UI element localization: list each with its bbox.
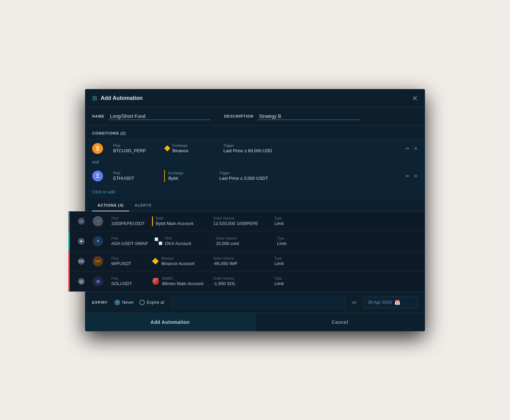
- tab-alerts[interactable]: ALERTS: [129, 199, 157, 211]
- edit-condition-1-button[interactable]: ✏: [406, 146, 410, 151]
- a3-vol-value: -66,050 WIF: [213, 261, 268, 266]
- action-1-info: Perp 1000PEPEUSDT Bybit Bybit Main Accou…: [111, 216, 418, 226]
- a3-exch-label: Binance: [162, 257, 194, 260]
- condition-2-perp-label: Perp: [113, 171, 154, 175]
- action-3-volume: Order Volume -66,050 WIF: [213, 257, 268, 266]
- a2-type-label: Type: [277, 237, 311, 240]
- action-1-minus[interactable]: −: [78, 218, 85, 225]
- condition-1-info: Perp BTCUSD_PERP Exchange Binance Trigge…: [113, 144, 395, 153]
- action-2-minus[interactable]: ✦: [78, 238, 85, 245]
- tab-actions[interactable]: ACTIONS (4): [92, 199, 129, 211]
- close-button[interactable]: ✕: [412, 94, 418, 102]
- a4-perp-label: Perp: [111, 277, 145, 280]
- action-1-type: Type Limit: [274, 216, 308, 226]
- a2-perp-label: Perp: [111, 237, 148, 240]
- binance-icon-1: [164, 145, 170, 152]
- name-input[interactable]: [108, 113, 210, 120]
- action-3-minus[interactable]: WIF: [78, 258, 85, 265]
- action-2-border: [68, 231, 70, 251]
- action-2-perp: Perp ADA-USDT-SWAP: [111, 237, 148, 246]
- condition-row-2: Ξ Perp ETHUSDT Exchange Bybit: [92, 166, 418, 187]
- action-3-info: Perp WIFUSDT Binance Binance Account Ord…: [111, 257, 418, 266]
- a1-perp-value: 1000PEPEUSDT: [111, 221, 145, 226]
- coin-icon-eth: Ξ: [92, 171, 103, 181]
- action-4-type: Type Limit: [274, 277, 308, 286]
- action-2-exchange: OKX OKX Account: [155, 237, 209, 246]
- coin-icon-pepe: −: [93, 216, 103, 226]
- action-1-volume: Order Volume 12,520,000 1000PEPE: [213, 216, 268, 226]
- action-3-border: [68, 251, 70, 271]
- action-1-perp: Perp 1000PEPEUSDT: [111, 216, 145, 226]
- edit-condition-2-button[interactable]: ✏: [406, 173, 410, 179]
- action-2-volume: Order Volume 10,000 cont: [216, 237, 270, 246]
- desc-input[interactable]: [258, 113, 360, 120]
- action-3-type: Type Limit: [274, 257, 308, 266]
- modal-icon: ⊞: [92, 94, 97, 102]
- click-to-add[interactable]: Click to add: [92, 187, 418, 196]
- coin-icon-btc: ₿: [92, 143, 103, 154]
- condition-1-trigger: Trigger Last Price ≤ 60,000 USD: [223, 144, 298, 153]
- condition-1-exchange-group: Exchange Binance: [164, 144, 213, 153]
- conditions-title: CONDITIONS (2): [92, 131, 126, 135]
- never-radio-circle: [115, 300, 120, 305]
- a4-vol-label: Order Volume: [213, 277, 268, 280]
- condition-2-perp-value: ETHUSDT: [113, 176, 154, 181]
- condition-1-perp-label: Perp: [113, 144, 154, 147]
- action-row-3: WIF WIF Perp WIFUSDT Binance Binance Acc…: [68, 251, 425, 272]
- name-desc-row: NAME DESCRIPTION: [85, 107, 425, 126]
- a1-vol-label: Order Volume: [213, 216, 268, 220]
- condition-1-perp: Perp BTCUSD_PERP: [113, 144, 154, 153]
- action-4-perp: Perp SOLUSDT: [111, 277, 145, 286]
- a2-exch-label: OKX: [165, 237, 191, 240]
- remove-condition-2-button[interactable]: ✕: [414, 173, 418, 179]
- action-1-border: [68, 211, 70, 231]
- condition-row-1: ₿ Perp BTCUSD_PERP Exchange Binance: [92, 139, 418, 158]
- action-2-info: Perp ADA-USDT-SWAP OKX: [111, 237, 418, 246]
- desc-field-group: DESCRIPTION: [224, 113, 359, 120]
- never-radio[interactable]: Never: [115, 300, 134, 305]
- remove-condition-1-button[interactable]: ✕: [414, 146, 418, 151]
- cond1-exch-value: Binance: [172, 148, 213, 153]
- expiry-date-text-input[interactable]: [171, 297, 345, 308]
- action-4-minus[interactable]: ◎: [78, 278, 85, 285]
- expire-at-radio[interactable]: Expire at: [139, 300, 164, 305]
- a2-vol-value: 10,000 cont: [216, 241, 270, 246]
- modal-header: ⊞ Add Automation ✕: [85, 89, 425, 107]
- calendar-icon: 📅: [394, 300, 400, 305]
- bybit-line-1: [152, 216, 153, 226]
- expiry-date-picker[interactable]: 30 Apr 2024 📅: [363, 297, 418, 308]
- action-4-volume: Order Volume -1,500 SOL: [213, 277, 268, 286]
- cond1-trigger-value: Last Price ≤ 60,000 USD: [223, 148, 298, 153]
- condition-2-perp: Perp ETHUSDT: [113, 171, 154, 181]
- modal-body: NAME DESCRIPTION CONDITIONS (2) ₿: [85, 107, 425, 313]
- a2-exch-value: OKX Account: [165, 241, 191, 246]
- a4-exch-label: BitMEX: [162, 277, 203, 280]
- backdrop: ⊞ Add Automation ✕ NAME DESCRIPTION COND…: [0, 0, 510, 420]
- coin-icon-sol: ◎: [93, 276, 103, 286]
- a3-type-label: Type: [274, 257, 308, 260]
- action-4-info: Perp SOLUSDT BitMEX Bitmex Main Account: [111, 277, 418, 286]
- action-3-exchange: Binance Binance Account: [152, 257, 206, 266]
- a1-type-value: Limit: [274, 221, 308, 226]
- expire-at-radio-label: Expire at: [147, 300, 164, 305]
- cond1-trigger-label: Trigger: [223, 144, 298, 147]
- cond2-exch-label: Exchange: [168, 171, 209, 175]
- a4-vol-value: -1,500 SOL: [213, 281, 268, 286]
- a1-type-label: Type: [274, 216, 308, 220]
- desc-label: DESCRIPTION: [224, 114, 253, 118]
- expiry-section: EXPIRY Never Expire at on 30 Apr 2024 📅: [85, 292, 425, 313]
- cancel-button[interactable]: Cancel: [255, 313, 425, 331]
- a4-type-value: Limit: [274, 281, 308, 286]
- expiry-radio-group: Never Expire at: [115, 300, 164, 305]
- modal-footer: Add Automation Cancel: [85, 313, 425, 331]
- condition-2-exchange-group: Exchange Bybit: [164, 170, 209, 182]
- modal-dialog: ⊞ Add Automation ✕ NAME DESCRIPTION COND…: [85, 89, 425, 331]
- action-4-exchange: BitMEX Bitmex Main Account: [152, 277, 206, 286]
- a1-exch-value: Bybit Main Account: [156, 221, 193, 226]
- okx-icon: [155, 238, 162, 245]
- a3-vol-label: Order Volume: [213, 257, 268, 260]
- a1-perp-label: Perp: [111, 216, 145, 220]
- coin-icon-ada: ✦: [93, 236, 103, 246]
- add-automation-button[interactable]: Add Automation: [85, 313, 255, 331]
- a1-vol-value: 12,520,000 1000PEPE: [213, 221, 268, 226]
